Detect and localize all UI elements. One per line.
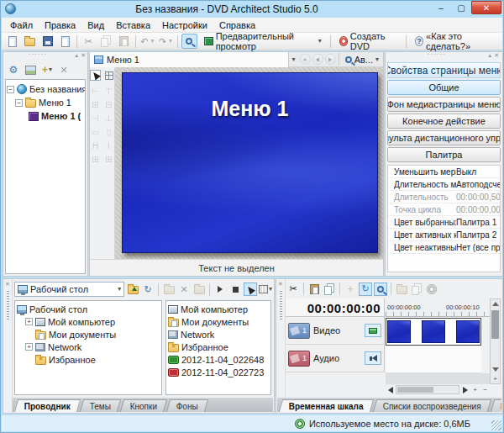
property-value[interactable]: Нет (все проз... [456,243,500,252]
property-row[interactable]: Цвет неактивных ... Нет (все проз... [388,241,500,254]
stop-media-button[interactable] [228,283,242,296]
list-item[interactable]: Network [168,328,269,341]
scrollbar-track[interactable] [396,385,459,394]
up-folder-button[interactable] [126,283,139,296]
video-clip[interactable] [422,320,445,343]
menu-file[interactable]: Файл [4,18,39,32]
scroll-down-button[interactable] [491,365,500,374]
property-row[interactable]: Длительность меню Автоподсчет [388,178,500,191]
close-panel-icon[interactable]: ✕ [278,281,283,288]
property-value[interactable]: Палитра 2 [456,230,500,240]
timeline-ruler[interactable]: 00:00:00:00 00:00:00:10 [386,298,490,317]
menu-view[interactable]: Вид [81,18,110,32]
selection-tool-button[interactable] [90,70,101,81]
tab-playlists[interactable]: Списки воспроизведения [373,399,491,412]
menu-insert[interactable]: Вставка [110,18,156,32]
panel-grip[interactable]: ······ ▴✕ [387,52,501,61]
menu-preview[interactable]: Меню 1 [122,72,378,253]
audio-track-lane[interactable] [386,346,481,373]
tab-remote-buttons[interactable]: Кнопки пульта дистанционного управления [387,130,501,145]
collapse-icon[interactable]: − [15,99,23,107]
add-item-button[interactable]: +▾ [40,63,54,77]
how-to-button[interactable]: ? «Как это сделать?» [410,34,500,49]
list-item[interactable]: Мой компьютер [168,303,269,315]
scroll-up-button[interactable] [491,299,500,309]
editor-canvas[interactable]: Меню 1 [115,67,383,259]
tab-backgrounds[interactable]: Фоны [166,399,208,412]
zoom-in-track-button[interactable]: + [491,374,500,383]
menu-title-text[interactable]: Меню 1 [123,97,377,121]
scrollbar-thumb[interactable] [397,387,433,393]
close-panel-icon[interactable]: ✕ [494,52,499,59]
tree-item-menu-folder[interactable]: − Меню 1 [7,96,84,109]
audio-mute-toggle[interactable] [365,351,381,365]
play-media-button[interactable] [213,283,227,296]
tab-list-dropdown[interactable]: ▾ [289,56,299,63]
expand-icon[interactable]: + [25,318,33,325]
properties-button[interactable] [57,34,73,49]
audio-track-header[interactable]: 1 Аудио [286,345,385,372]
menu-help[interactable]: Справка [213,18,261,32]
tree-item-favorites[interactable]: ★ Избранное [17,353,160,366]
tree-item-computer[interactable]: + Мой компьютер [17,315,160,328]
video-display-toggle[interactable] [365,324,381,337]
tab-buttons[interactable]: Кнопки [120,399,168,412]
insert-button-stamp[interactable] [323,283,336,296]
zoom-control[interactable]: Ав... ▾ [341,55,383,65]
tab-explorer[interactable]: Проводник [14,399,81,412]
property-value[interactable]: Палитра 1 [456,218,500,227]
insert-chapter-button[interactable] [307,283,321,296]
panel-grip-vertical[interactable]: ✕ [3,279,13,413]
tab-general[interactable]: Общие [387,80,501,95]
minimize-button[interactable]: – [431,1,451,14]
snapping-toggle[interactable] [374,283,387,296]
tab-timeline[interactable]: Временная шкала [279,399,374,412]
scroll-right-button[interactable] [460,385,470,394]
pin-icon[interactable]: ▴ [489,52,492,59]
tab-menu-1[interactable]: Меню 1 [90,52,289,67]
location-combobox[interactable]: Рабочий стол ▾ [14,282,124,297]
tree-item-menu-page[interactable]: Меню 1 ( [7,109,84,123]
list-item-video-file[interactable]: 2012-11-04_022723 [168,366,269,378]
maximize-button[interactable]: ▢ [451,1,471,14]
video-clip[interactable] [387,320,411,343]
property-value[interactable]: Выкл [456,167,500,177]
views-button[interactable]: ▾ [259,283,272,296]
project-settings-button[interactable]: ⚙ [7,63,20,77]
tab-themes[interactable]: Темы [80,399,121,412]
edit-text-button[interactable]: ✂ [286,283,300,296]
tab-menu-page-media[interactable]: Фон медиастраницы меню [387,97,501,112]
auto-preview-toggle[interactable] [244,283,257,296]
tab-compilation[interactable]: Компиляция [491,399,501,412]
video-clip[interactable] [456,320,480,343]
scroll-left-button[interactable] [386,385,395,394]
create-dvd-button[interactable]: Создать DVD [334,34,402,49]
scrollbar-thumb[interactable] [491,310,499,339]
preview-button[interactable]: Предварительный просмотр ▾ [199,34,327,49]
property-row[interactable]: Цвет выбранных к... Палитра 1 [388,216,500,229]
close-panel-icon[interactable]: ✕ [81,52,86,59]
sizing-tool-button[interactable] [103,70,114,81]
close-button[interactable]: ✕ [471,1,501,14]
tree-item-desktop[interactable]: Рабочий стол [17,303,160,315]
tree-item-root[interactable]: − Без названия [7,82,84,96]
horizontal-scrollbar[interactable]: + − [386,384,490,395]
pin-icon[interactable]: ▴ [76,52,79,59]
property-row[interactable]: Цвет активных кн... Палитра 2 [388,229,500,241]
collapse-icon[interactable]: − [7,86,14,93]
tab-end-action[interactable]: Конечное действие [387,114,501,129]
menu-edit[interactable]: Правка [39,18,81,32]
save-button[interactable] [39,34,55,49]
close-panel-icon[interactable]: ✕ [5,281,10,288]
tree-item-documents[interactable]: Мои документы [17,328,160,341]
vertical-scrollbar[interactable]: + [490,298,501,384]
expand-icon[interactable]: + [25,343,33,351]
preview-toggle-button[interactable] [181,34,197,49]
refresh-button[interactable]: ↻ [141,283,155,296]
new-project-button[interactable] [4,34,20,49]
panel-grip-vertical[interactable]: ✕ [276,279,286,413]
list-item[interactable]: ★ Избранное [168,341,269,353]
list-item-video-file[interactable]: 2012-11-04_022648 [168,353,269,366]
tree-item-network[interactable]: + Network [17,341,160,353]
auto-ripple-toggle[interactable]: ↻ [359,283,372,296]
